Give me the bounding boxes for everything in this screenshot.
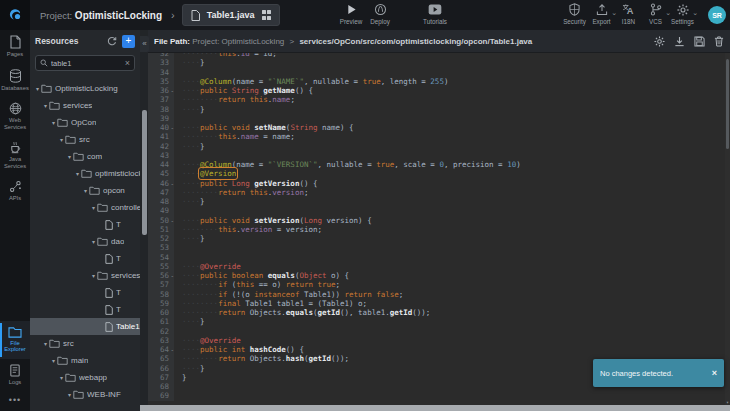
topbar-action-export[interactable]: Export⌄ xyxy=(588,2,615,25)
delete-trash-icon[interactable] xyxy=(714,36,724,47)
code-line[interactable]: 40-····public void setName(String name) … xyxy=(148,123,730,132)
tree-expand-arrow-icon[interactable]: ▾ xyxy=(58,136,65,143)
code-line[interactable]: 64-····public int hashCode() { xyxy=(148,345,730,354)
topbar-action-tutorials[interactable]: Tutorials xyxy=(418,2,452,25)
tree-item-main[interactable]: ▾main xyxy=(30,352,140,369)
tree-item-optimisticlocking[interactable]: ▾OptimisticLocking xyxy=(30,80,140,97)
code-line[interactable]: 34 xyxy=(148,68,730,77)
fold-marker-icon[interactable]: - xyxy=(170,86,174,95)
tree-expand-arrow-icon[interactable]: ▾ xyxy=(50,119,57,126)
code-line[interactable]: 38····} xyxy=(148,105,730,114)
code-line[interactable]: 55····@Override xyxy=(148,262,730,271)
refresh-icon[interactable] xyxy=(106,36,117,47)
tree-item-t[interactable]: T xyxy=(30,301,140,318)
rail-overflow-dots[interactable]: ••• xyxy=(0,391,30,411)
tree-item-t[interactable]: T xyxy=(30,216,140,233)
code-line[interactable]: 43 xyxy=(148,151,730,160)
resources-scrollbar[interactable] xyxy=(140,30,148,411)
code-line[interactable]: 33····} xyxy=(148,58,730,67)
tree-expand-arrow-icon[interactable]: ▾ xyxy=(82,187,89,194)
code-line[interactable]: 53 xyxy=(148,243,730,252)
code-line[interactable]: 48····} xyxy=(148,197,730,206)
tab-table1-java[interactable]: Table1.java xyxy=(182,4,280,26)
code-line[interactable]: 61····} xyxy=(148,317,730,326)
tree-item-t[interactable]: T xyxy=(30,250,140,267)
tree-item-t[interactable]: T xyxy=(30,284,140,301)
code-line[interactable]: 56-····public boolean equals(Object o) { xyxy=(148,271,730,280)
tree-item-src[interactable]: ▾src xyxy=(30,335,140,352)
code-line[interactable]: 37········return this.name; xyxy=(148,95,730,104)
tree-expand-arrow-icon[interactable]: ▾ xyxy=(74,170,81,177)
code-line[interactable]: 57········if (this == o) return true; xyxy=(148,280,730,289)
sidebar-item-file-explorer[interactable]: File Explorer xyxy=(0,321,30,359)
collapse-panel-icon[interactable]: « xyxy=(140,36,149,52)
code-line[interactable]: 50-····public void setVersion(Long versi… xyxy=(148,216,730,225)
code-line[interactable]: 62 xyxy=(148,327,730,336)
tree-expand-arrow-icon[interactable]: ▾ xyxy=(90,272,97,279)
code-line[interactable]: 52····} xyxy=(148,234,730,243)
code-line[interactable]: 46-····public Long getVersion() { xyxy=(148,179,730,188)
scrollbar-thumb[interactable] xyxy=(142,110,147,235)
app-logo-icon[interactable] xyxy=(0,0,30,30)
sidebar-item-apis[interactable]: APIs xyxy=(0,175,30,208)
sidebar-item-java-services[interactable]: Java Services xyxy=(0,136,30,175)
tree-item-table1-java[interactable]: Table1.java xyxy=(30,318,140,335)
tree-expand-arrow-icon[interactable]: ▾ xyxy=(50,357,57,364)
add-resource-button[interactable]: + xyxy=(122,35,135,48)
code-line[interactable]: 35····@Column(name = "`NAME`", nullable … xyxy=(148,77,730,86)
tree-item-services[interactable]: ▾services xyxy=(30,97,140,114)
code-line[interactable]: 63····@Override xyxy=(148,336,730,345)
topbar-action-vcs[interactable]: VCS⌄ xyxy=(642,2,669,25)
fold-marker-icon[interactable]: - xyxy=(170,271,174,280)
grid-icon[interactable] xyxy=(262,10,272,20)
tree-expand-arrow-icon[interactable]: ▾ xyxy=(42,102,49,109)
sidebar-item-databases[interactable]: Databases xyxy=(0,64,30,98)
tree-item-services[interactable]: ▾services xyxy=(30,267,140,284)
code-line[interactable]: 42····} xyxy=(148,142,730,151)
tree-item-opcon[interactable]: ▾opcon xyxy=(30,182,140,199)
editor-vertical-scrollbar[interactable]: ▾ xyxy=(725,53,730,405)
code-line[interactable]: 51········this.version = version; xyxy=(148,225,730,234)
fold-marker-icon[interactable]: - xyxy=(170,179,174,188)
scrollbar-thumb[interactable] xyxy=(726,59,729,149)
tree-item-optimisticlocking[interactable]: ▾optimisticlocking xyxy=(30,165,140,182)
editor-horizontal-scrollbar[interactable] xyxy=(140,405,730,411)
code-line[interactable]: 60········return Objects.equals(getId(),… xyxy=(148,308,730,317)
tree-item-webapp[interactable]: ▾webapp xyxy=(30,369,140,386)
save-icon[interactable] xyxy=(694,36,705,47)
tree-item-src[interactable]: ▾src xyxy=(30,131,140,148)
code-line[interactable]: 69 xyxy=(148,391,730,400)
tree-item-web-inf[interactable]: ▾WEB-INF xyxy=(30,386,140,403)
tree-expand-arrow-icon[interactable]: ▾ xyxy=(66,391,73,398)
tree-expand-arrow-icon[interactable]: ▾ xyxy=(34,85,41,92)
fold-marker-icon[interactable]: - xyxy=(170,123,174,132)
tree-item-controller[interactable]: ▾controller xyxy=(30,199,140,216)
fold-marker-icon[interactable]: - xyxy=(170,345,174,354)
tree-expand-arrow-icon[interactable]: ▾ xyxy=(66,153,73,160)
topbar-action-settings[interactable]: Settings⌄ xyxy=(669,2,696,25)
sidebar-item-web-services[interactable]: Web Services xyxy=(0,97,30,136)
fold-marker-icon[interactable]: - xyxy=(170,216,174,225)
topbar-action-i18n[interactable]: AI18N xyxy=(615,2,642,25)
code-line[interactable]: 59········final Table1 table1 = (Table1)… xyxy=(148,299,730,308)
tree-item-dao[interactable]: ▾dao xyxy=(30,233,140,250)
avatar[interactable]: SR xyxy=(708,6,726,24)
code-line[interactable]: 54 xyxy=(148,253,730,262)
code-line[interactable]: 47········return this.version; xyxy=(148,188,730,197)
code-line[interactable]: 45····@Version xyxy=(148,169,730,178)
topbar-action-security[interactable]: Security xyxy=(561,2,588,25)
sidebar-item-pages[interactable]: Pages xyxy=(0,30,30,64)
toast-close-icon[interactable]: × xyxy=(712,368,717,378)
tree-item-opcon[interactable]: ▾OpCon xyxy=(30,114,140,131)
code-line[interactable]: 36-····public String getName() { xyxy=(148,86,730,95)
file-settings-gear-icon[interactable] xyxy=(654,36,665,47)
sidebar-item-logs[interactable]: Logs xyxy=(0,359,30,392)
code-line[interactable]: 49 xyxy=(148,206,730,215)
code-line[interactable]: 58········if (!(o instanceof Table1)) re… xyxy=(148,290,730,299)
tree-expand-arrow-icon[interactable]: ▾ xyxy=(90,238,97,245)
code-line[interactable]: 39 xyxy=(148,114,730,123)
topbar-action-deploy[interactable]: Deploy xyxy=(363,2,397,25)
clear-search-icon[interactable]: × xyxy=(125,59,130,68)
code-line[interactable]: 44····@Column(name = "`VERSION`", nullab… xyxy=(148,160,730,169)
download-icon[interactable] xyxy=(674,36,685,47)
